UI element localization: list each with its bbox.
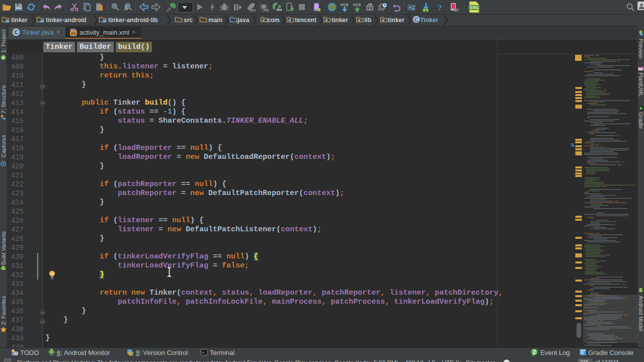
svg-text:2: 2 <box>533 349 536 355</box>
svg-text:>_: >_ <box>202 350 207 355</box>
